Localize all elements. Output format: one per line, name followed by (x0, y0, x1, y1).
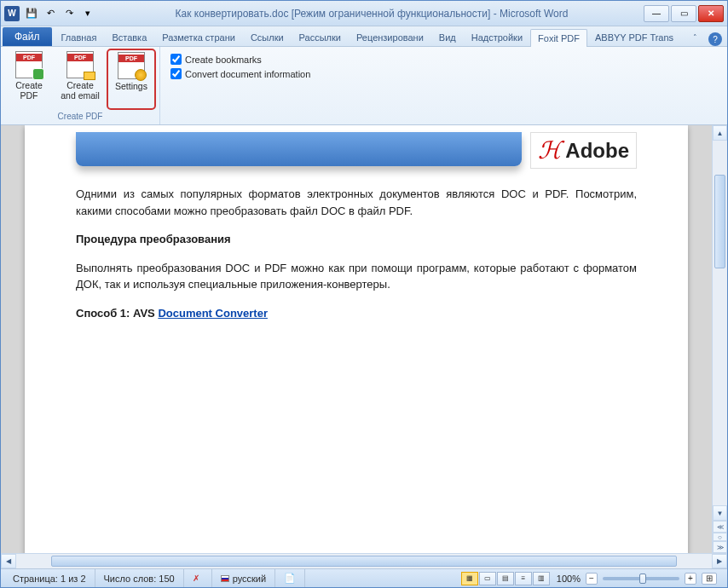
qat-redo-button[interactable]: ↷ (61, 5, 78, 22)
close-button[interactable]: ✕ (698, 5, 724, 22)
create-pdf-label: Create PDF (15, 80, 43, 101)
hscroll-thumb[interactable] (51, 556, 677, 567)
vertical-scrollbar[interactable]: ▲ ▼ ≪ ○ ≫ (712, 125, 727, 553)
view-web-layout[interactable]: ▤ (497, 572, 514, 585)
status-bar: Страница: 1 из 2 Число слов: 150 русский… (1, 568, 727, 587)
hscroll-track[interactable] (16, 554, 712, 568)
titlebar: W 💾 ↶ ↷ ▾ Как конвертировать.doc [Режим … (1, 1, 727, 26)
vscroll-track[interactable] (713, 141, 727, 505)
scroll-up-button[interactable]: ▲ (713, 125, 727, 141)
zoom-slider-thumb[interactable] (639, 574, 646, 584)
ribbon-minimize-icon[interactable]: ˄ (693, 33, 705, 45)
maximize-button[interactable]: ▭ (671, 5, 696, 22)
tab-foxit-pdf[interactable]: Foxit PDF (530, 29, 587, 47)
zoom-level-label[interactable]: 100% (557, 574, 581, 584)
create-and-email-button[interactable]: Create and email (55, 49, 105, 110)
tab-home[interactable]: Главная (54, 28, 105, 46)
group-buttons: Create PDF Create and email Settings (4, 49, 156, 110)
flag-icon (221, 575, 229, 582)
tab-references[interactable]: Ссылки (243, 28, 292, 46)
paragraph-1[interactable]: Одними из самых популярных форматов элек… (76, 186, 637, 219)
quick-access-toolbar: 💾 ↶ ↷ ▾ (23, 5, 96, 22)
scroll-right-button[interactable]: ▶ (712, 554, 727, 568)
document-text[interactable]: Одними из самых популярных форматов элек… (76, 186, 637, 321)
blue-bar-graphic (76, 132, 522, 166)
status-spellcheck[interactable] (184, 569, 212, 587)
checkbox-icon[interactable] (170, 68, 182, 79)
create-bookmarks-checkbox[interactable]: Create bookmarks (170, 54, 310, 65)
help-button[interactable]: ? (708, 32, 722, 46)
app-window: W 💾 ↶ ↷ ▾ Как конвертировать.doc [Режим … (0, 0, 728, 588)
create-bookmarks-label: Create bookmarks (185, 55, 262, 65)
qat-save-button[interactable]: 💾 (23, 5, 40, 22)
view-print-layout[interactable]: ▦ (461, 572, 478, 585)
scroll-left-button[interactable]: ◀ (1, 554, 16, 568)
browse-object-button[interactable]: ○ (713, 533, 727, 541)
zoom-out-button[interactable]: − (586, 573, 598, 585)
tab-addins[interactable]: Надстройки (464, 28, 530, 46)
view-draft[interactable]: ▥ (533, 572, 550, 585)
status-page[interactable]: Страница: 1 из 2 (4, 569, 95, 587)
zoom-in-button[interactable]: + (685, 573, 696, 585)
view-buttons: ▦ ▭ ▤ ≡ ▥ (461, 572, 550, 585)
adobe-mark-icon: ℋ (538, 136, 562, 164)
convert-doc-info-label: Convert document information (185, 69, 310, 79)
method1-link[interactable]: Document Converter (158, 307, 268, 320)
horizontal-scrollbar[interactable]: ◀ ▶ (1, 553, 727, 568)
language-label: русский (233, 574, 266, 584)
settings-button[interactable]: Settings (107, 49, 156, 110)
tab-abbyy-pdf[interactable]: ABBYY PDF Trans (587, 28, 681, 46)
create-email-label: Create and email (61, 80, 100, 101)
adobe-text: Adobe (565, 139, 629, 163)
adobe-banner: ℋ Adobe (76, 125, 637, 186)
window-controls: — ▭ ✕ (642, 5, 724, 22)
tab-view[interactable]: Вид (431, 28, 464, 46)
status-insert-mode[interactable]: 📄 (275, 569, 305, 587)
status-language[interactable]: русский (212, 569, 275, 587)
window-title: Как конвертировать.doc [Режим ограниченн… (101, 8, 642, 20)
method1-prefix: Способ 1: AVS (76, 307, 158, 320)
tab-page-layout[interactable]: Разметка страни (154, 28, 243, 46)
pdf-email-icon (66, 51, 94, 78)
status-word-count[interactable]: Число слов: 150 (95, 569, 184, 587)
vscroll-thumb[interactable] (714, 175, 725, 268)
heading-procedure[interactable]: Процедура преобразования (76, 231, 637, 248)
view-outline[interactable]: ≡ (515, 572, 532, 585)
zoom-fit-button[interactable]: ⊞ (702, 573, 717, 585)
heading-method-1[interactable]: Способ 1: AVS Document Converter (76, 305, 637, 322)
checkbox-icon[interactable] (170, 54, 182, 65)
qat-undo-button[interactable]: ↶ (42, 5, 59, 22)
document-scroll[interactable]: ℋ Adobe Одними из самых популярных форма… (1, 125, 712, 553)
word-icon: W (4, 6, 20, 21)
ribbon-tabs: Файл Главная Вставка Разметка страни Ссы… (1, 26, 727, 47)
next-page-button[interactable]: ≫ (713, 541, 727, 553)
tab-mailings[interactable]: Рассылки (292, 28, 349, 46)
ribbon-help-area: ˄ ? (693, 32, 725, 46)
paragraph-2[interactable]: Выполнять преобразования DOC и PDF можно… (76, 260, 637, 293)
prev-page-button[interactable]: ≪ (713, 521, 727, 533)
minimize-button[interactable]: — (644, 5, 669, 22)
spellcheck-icon (193, 574, 203, 584)
qat-customize-button[interactable]: ▾ (79, 5, 96, 22)
adobe-logo: ℋ Adobe (530, 132, 637, 169)
ribbon-body: Create PDF Create and email Settings Cre… (1, 47, 727, 125)
convert-doc-info-checkbox[interactable]: Convert document information (170, 68, 310, 79)
tab-review[interactable]: Рецензировани (349, 28, 431, 46)
document-area: ℋ Adobe Одними из самых популярных форма… (1, 125, 727, 553)
ribbon-group-options: Create bookmarks Convert document inform… (160, 47, 321, 124)
check-list: Create bookmarks Convert document inform… (164, 49, 317, 84)
file-tab[interactable]: Файл (3, 27, 52, 46)
zoom-control: 100% − + ⊞ (550, 573, 724, 585)
settings-label: Settings (115, 81, 147, 91)
zoom-slider[interactable] (603, 577, 679, 580)
scroll-down-button[interactable]: ▼ (713, 505, 727, 521)
page-1[interactable]: ℋ Adobe Одними из самых популярных форма… (25, 125, 688, 553)
tab-insert[interactable]: Вставка (104, 28, 154, 46)
pdf-settings-icon (118, 52, 145, 79)
create-pdf-button[interactable]: Create PDF (4, 49, 54, 110)
group-label-create-pdf: Create PDF (4, 110, 156, 123)
view-full-screen[interactable]: ▭ (479, 572, 496, 585)
ribbon-group-create-pdf: Create PDF Create and email Settings Cre… (1, 47, 160, 124)
pdf-create-icon (15, 51, 43, 78)
